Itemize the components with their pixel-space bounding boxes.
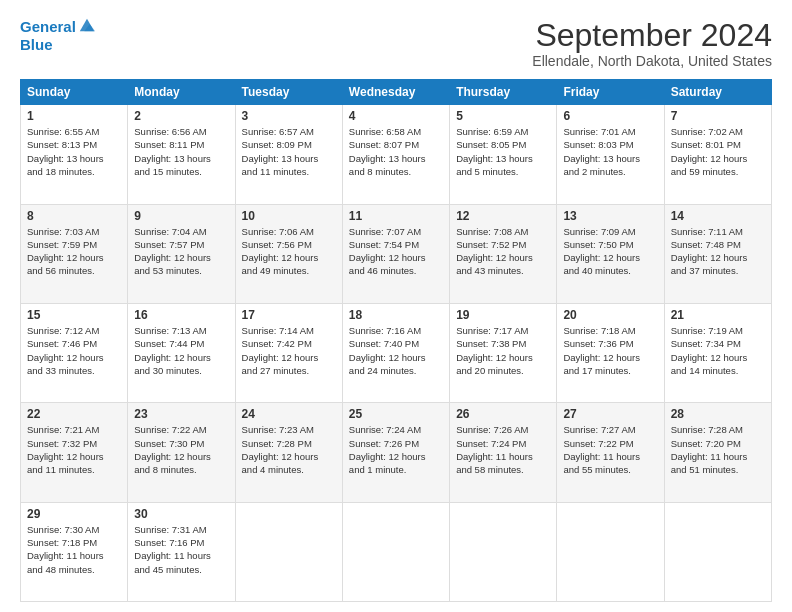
- day-info: Sunrise: 7:12 AM Sunset: 7:46 PM Dayligh…: [27, 324, 121, 377]
- calendar-cell: 22Sunrise: 7:21 AM Sunset: 7:32 PM Dayli…: [21, 403, 128, 502]
- day-info: Sunrise: 7:02 AM Sunset: 8:01 PM Dayligh…: [671, 125, 765, 178]
- calendar-cell: 21Sunrise: 7:19 AM Sunset: 7:34 PM Dayli…: [664, 303, 771, 402]
- day-number: 2: [134, 109, 228, 123]
- calendar-cell: 16Sunrise: 7:13 AM Sunset: 7:44 PM Dayli…: [128, 303, 235, 402]
- calendar-cell: 30Sunrise: 7:31 AM Sunset: 7:16 PM Dayli…: [128, 502, 235, 601]
- calendar-header-monday: Monday: [128, 80, 235, 105]
- day-number: 25: [349, 407, 443, 421]
- day-number: 15: [27, 308, 121, 322]
- day-info: Sunrise: 7:22 AM Sunset: 7:30 PM Dayligh…: [134, 423, 228, 476]
- calendar-cell: 6Sunrise: 7:01 AM Sunset: 8:03 PM Daylig…: [557, 105, 664, 204]
- day-number: 30: [134, 507, 228, 521]
- day-info: Sunrise: 7:24 AM Sunset: 7:26 PM Dayligh…: [349, 423, 443, 476]
- calendar-cell: 8Sunrise: 7:03 AM Sunset: 7:59 PM Daylig…: [21, 204, 128, 303]
- day-number: 29: [27, 507, 121, 521]
- calendar-cell: [450, 502, 557, 601]
- day-info: Sunrise: 6:59 AM Sunset: 8:05 PM Dayligh…: [456, 125, 550, 178]
- calendar-header-saturday: Saturday: [664, 80, 771, 105]
- calendar-cell: 25Sunrise: 7:24 AM Sunset: 7:26 PM Dayli…: [342, 403, 449, 502]
- calendar-cell: [557, 502, 664, 601]
- day-info: Sunrise: 7:03 AM Sunset: 7:59 PM Dayligh…: [27, 225, 121, 278]
- calendar-cell: 7Sunrise: 7:02 AM Sunset: 8:01 PM Daylig…: [664, 105, 771, 204]
- day-number: 16: [134, 308, 228, 322]
- day-number: 23: [134, 407, 228, 421]
- calendar-cell: 27Sunrise: 7:27 AM Sunset: 7:22 PM Dayli…: [557, 403, 664, 502]
- calendar-cell: 15Sunrise: 7:12 AM Sunset: 7:46 PM Dayli…: [21, 303, 128, 402]
- logo: General Blue: [20, 18, 96, 54]
- day-info: Sunrise: 7:16 AM Sunset: 7:40 PM Dayligh…: [349, 324, 443, 377]
- calendar-week-2: 8Sunrise: 7:03 AM Sunset: 7:59 PM Daylig…: [21, 204, 772, 303]
- day-info: Sunrise: 7:07 AM Sunset: 7:54 PM Dayligh…: [349, 225, 443, 278]
- calendar-cell: 18Sunrise: 7:16 AM Sunset: 7:40 PM Dayli…: [342, 303, 449, 402]
- day-number: 14: [671, 209, 765, 223]
- day-info: Sunrise: 6:56 AM Sunset: 8:11 PM Dayligh…: [134, 125, 228, 178]
- day-info: Sunrise: 7:26 AM Sunset: 7:24 PM Dayligh…: [456, 423, 550, 476]
- day-info: Sunrise: 6:55 AM Sunset: 8:13 PM Dayligh…: [27, 125, 121, 178]
- calendar-cell: 9Sunrise: 7:04 AM Sunset: 7:57 PM Daylig…: [128, 204, 235, 303]
- day-info: Sunrise: 6:58 AM Sunset: 8:07 PM Dayligh…: [349, 125, 443, 178]
- day-info: Sunrise: 6:57 AM Sunset: 8:09 PM Dayligh…: [242, 125, 336, 178]
- day-number: 9: [134, 209, 228, 223]
- day-number: 4: [349, 109, 443, 123]
- day-number: 26: [456, 407, 550, 421]
- calendar-cell: 13Sunrise: 7:09 AM Sunset: 7:50 PM Dayli…: [557, 204, 664, 303]
- calendar-week-4: 22Sunrise: 7:21 AM Sunset: 7:32 PM Dayli…: [21, 403, 772, 502]
- calendar-cell: 20Sunrise: 7:18 AM Sunset: 7:36 PM Dayli…: [557, 303, 664, 402]
- day-number: 19: [456, 308, 550, 322]
- calendar-header-friday: Friday: [557, 80, 664, 105]
- day-info: Sunrise: 7:13 AM Sunset: 7:44 PM Dayligh…: [134, 324, 228, 377]
- day-info: Sunrise: 7:19 AM Sunset: 7:34 PM Dayligh…: [671, 324, 765, 377]
- day-number: 13: [563, 209, 657, 223]
- calendar-cell: 23Sunrise: 7:22 AM Sunset: 7:30 PM Dayli…: [128, 403, 235, 502]
- calendar-header-tuesday: Tuesday: [235, 80, 342, 105]
- logo-general: General: [20, 18, 76, 35]
- day-info: Sunrise: 7:08 AM Sunset: 7:52 PM Dayligh…: [456, 225, 550, 278]
- day-number: 10: [242, 209, 336, 223]
- calendar-cell: 24Sunrise: 7:23 AM Sunset: 7:28 PM Dayli…: [235, 403, 342, 502]
- calendar-cell: 19Sunrise: 7:17 AM Sunset: 7:38 PM Dayli…: [450, 303, 557, 402]
- day-info: Sunrise: 7:04 AM Sunset: 7:57 PM Dayligh…: [134, 225, 228, 278]
- day-info: Sunrise: 7:14 AM Sunset: 7:42 PM Dayligh…: [242, 324, 336, 377]
- day-info: Sunrise: 7:18 AM Sunset: 7:36 PM Dayligh…: [563, 324, 657, 377]
- calendar-cell: 17Sunrise: 7:14 AM Sunset: 7:42 PM Dayli…: [235, 303, 342, 402]
- day-number: 24: [242, 407, 336, 421]
- day-info: Sunrise: 7:01 AM Sunset: 8:03 PM Dayligh…: [563, 125, 657, 178]
- calendar-cell: 28Sunrise: 7:28 AM Sunset: 7:20 PM Dayli…: [664, 403, 771, 502]
- header: General Blue September 2024 Ellendale, N…: [20, 18, 772, 69]
- calendar-cell: 3Sunrise: 6:57 AM Sunset: 8:09 PM Daylig…: [235, 105, 342, 204]
- calendar-cell: [664, 502, 771, 601]
- day-info: Sunrise: 7:31 AM Sunset: 7:16 PM Dayligh…: [134, 523, 228, 576]
- day-number: 18: [349, 308, 443, 322]
- day-info: Sunrise: 7:11 AM Sunset: 7:48 PM Dayligh…: [671, 225, 765, 278]
- day-info: Sunrise: 7:06 AM Sunset: 7:56 PM Dayligh…: [242, 225, 336, 278]
- day-number: 6: [563, 109, 657, 123]
- month-title: September 2024: [532, 18, 772, 53]
- day-number: 27: [563, 407, 657, 421]
- day-info: Sunrise: 7:30 AM Sunset: 7:18 PM Dayligh…: [27, 523, 121, 576]
- day-number: 28: [671, 407, 765, 421]
- day-number: 21: [671, 308, 765, 322]
- day-info: Sunrise: 7:28 AM Sunset: 7:20 PM Dayligh…: [671, 423, 765, 476]
- calendar-header-sunday: Sunday: [21, 80, 128, 105]
- logo-blue: Blue: [20, 36, 53, 54]
- calendar-cell: 10Sunrise: 7:06 AM Sunset: 7:56 PM Dayli…: [235, 204, 342, 303]
- calendar-cell: [342, 502, 449, 601]
- logo-icon: [78, 16, 96, 34]
- calendar-cell: 4Sunrise: 6:58 AM Sunset: 8:07 PM Daylig…: [342, 105, 449, 204]
- calendar-header-thursday: Thursday: [450, 80, 557, 105]
- calendar-week-5: 29Sunrise: 7:30 AM Sunset: 7:18 PM Dayli…: [21, 502, 772, 601]
- calendar-cell: [235, 502, 342, 601]
- calendar-cell: 14Sunrise: 7:11 AM Sunset: 7:48 PM Dayli…: [664, 204, 771, 303]
- location: Ellendale, North Dakota, United States: [532, 53, 772, 69]
- day-number: 3: [242, 109, 336, 123]
- title-block: September 2024 Ellendale, North Dakota, …: [532, 18, 772, 69]
- calendar-table: SundayMondayTuesdayWednesdayThursdayFrid…: [20, 79, 772, 602]
- calendar-week-1: 1Sunrise: 6:55 AM Sunset: 8:13 PM Daylig…: [21, 105, 772, 204]
- day-info: Sunrise: 7:27 AM Sunset: 7:22 PM Dayligh…: [563, 423, 657, 476]
- day-info: Sunrise: 7:17 AM Sunset: 7:38 PM Dayligh…: [456, 324, 550, 377]
- calendar-cell: 2Sunrise: 6:56 AM Sunset: 8:11 PM Daylig…: [128, 105, 235, 204]
- calendar-cell: 29Sunrise: 7:30 AM Sunset: 7:18 PM Dayli…: [21, 502, 128, 601]
- day-number: 8: [27, 209, 121, 223]
- day-number: 11: [349, 209, 443, 223]
- logo-text: General: [20, 18, 76, 36]
